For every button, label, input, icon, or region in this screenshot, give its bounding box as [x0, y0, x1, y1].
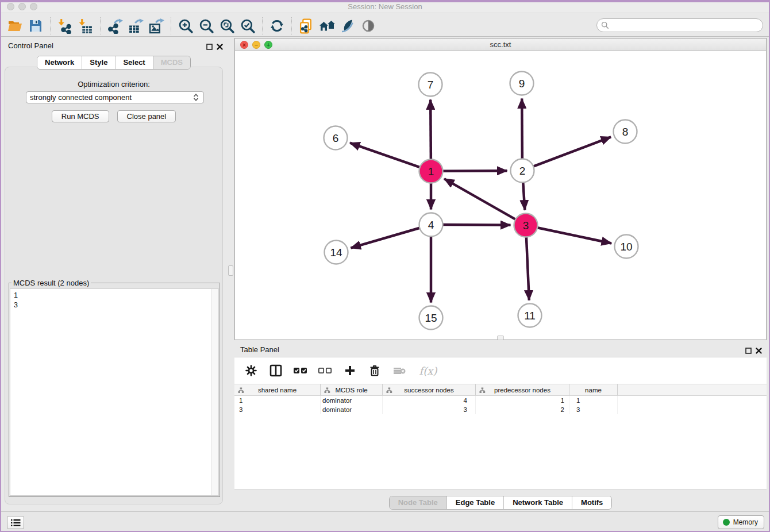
open-session-button[interactable]	[5, 17, 25, 35]
import-network-icon	[57, 18, 73, 34]
home-button[interactable]	[317, 17, 337, 35]
graph-node-label-15: 15	[425, 312, 437, 324]
tab-edge-table[interactable]: Edge Table	[447, 496, 504, 509]
graph-edge-2-8[interactable]	[533, 137, 611, 166]
cell-mcds-role[interactable]: dominator	[321, 396, 383, 405]
cell-mcds-role[interactable]: dominator	[321, 405, 383, 414]
graph-edge-3-10[interactable]	[537, 228, 611, 243]
tab-style[interactable]: Style	[82, 56, 116, 69]
graph-edge-1-6[interactable]	[350, 143, 420, 167]
tab-network[interactable]: Network	[37, 56, 82, 69]
app-title-bar: Session: New Session	[0, 0, 770, 13]
toolbar-separator	[171, 17, 171, 34]
graph-edge-4-3[interactable]	[442, 225, 510, 225]
cell-predecessor-nodes[interactable]: 2	[476, 405, 569, 414]
network-window-titlebar[interactable]: × – + scc.txt	[235, 38, 766, 51]
close-panel-button[interactable]: Close panel	[117, 110, 176, 122]
column-view-button[interactable]	[268, 363, 283, 378]
cell-predecessor-nodes[interactable]: 1	[476, 396, 569, 405]
control-panel: Control Panel Network Style Select MCDS …	[0, 37, 228, 511]
horizontal-splitter-grip[interactable]	[497, 336, 504, 340]
export-network-icon	[107, 18, 123, 34]
criterion-select[interactable]: strongly connected component	[26, 91, 204, 103]
graph-node-label-6: 6	[333, 132, 339, 144]
tab-node-table[interactable]: Node Table	[390, 496, 447, 509]
cell-successor-nodes[interactable]: 3	[383, 405, 476, 414]
trash-icon	[369, 365, 380, 376]
main-toolbar	[0, 16, 770, 37]
column-header-mcds-role[interactable]: MCDS role	[321, 384, 383, 395]
graph-edge-4-14[interactable]	[351, 228, 419, 248]
cell-name[interactable]: 3	[569, 405, 618, 414]
run-mcds-button[interactable]: Run MCDS	[52, 110, 109, 122]
graph-edge-1-2[interactable]	[442, 171, 507, 171]
optimization-criterion-label: Optimization criterion:	[5, 80, 222, 88]
select-all-button[interactable]	[293, 363, 308, 378]
search-input[interactable]	[612, 20, 763, 30]
task-history-button[interactable]	[7, 516, 24, 529]
function-builder-button[interactable]: f(x)	[417, 363, 440, 378]
import-table-button[interactable]	[75, 17, 96, 35]
column-header-shared-name[interactable]: shared name	[234, 384, 321, 395]
zoom-selected-button[interactable]	[237, 17, 258, 35]
vertical-splitter[interactable]	[228, 37, 234, 511]
table-settings-button[interactable]	[244, 363, 259, 378]
tab-network-table[interactable]: Network Table	[504, 496, 572, 509]
wizard-button[interactable]	[337, 17, 358, 35]
mcds-result-scrollbar[interactable]	[211, 289, 218, 495]
cell-shared-name[interactable]: 1	[234, 396, 321, 405]
table-float-panel-icon[interactable]	[745, 346, 752, 356]
export-image-button[interactable]	[146, 17, 167, 35]
import-network-button[interactable]	[55, 17, 75, 35]
delete-table-button[interactable]	[392, 363, 407, 378]
gear-icon	[245, 365, 257, 376]
table-row[interactable]: 3 dominator 3 2 3	[234, 405, 767, 414]
graph-node-label-4: 4	[428, 219, 434, 231]
delete-column-button[interactable]	[367, 363, 382, 378]
checked-boxes-icon	[293, 367, 308, 375]
save-session-button[interactable]	[25, 17, 46, 35]
add-column-button[interactable]	[342, 363, 357, 378]
graph-node-label-14: 14	[330, 246, 342, 259]
cell-name[interactable]: 1	[569, 396, 618, 405]
network-canvas[interactable]: 7968124314101511	[235, 51, 766, 340]
tab-mcds[interactable]: MCDS	[153, 56, 190, 69]
graph-edge-3-1[interactable]	[444, 179, 515, 219]
column-header-name[interactable]: name	[569, 384, 618, 395]
graph-edge-3-11[interactable]	[526, 237, 529, 300]
zoom-selected-icon	[240, 18, 256, 34]
graph-node-label-11: 11	[524, 310, 536, 322]
graph-edge-2-3[interactable]	[523, 182, 525, 210]
refresh-button[interactable]	[267, 17, 287, 35]
eye-button[interactable]	[358, 17, 379, 35]
column-label: name	[585, 387, 602, 394]
cell-shared-name[interactable]: 3	[234, 405, 321, 414]
tree-icon	[479, 387, 486, 394]
deselect-all-button[interactable]	[318, 363, 333, 378]
graph-edge-1-7[interactable]	[430, 99, 431, 159]
control-panel-title: Control Panel	[8, 41, 53, 50]
zoom-in-button[interactable]	[175, 17, 196, 35]
delete-table-icon	[393, 366, 406, 375]
memory-button[interactable]: Memory	[718, 515, 764, 529]
column-label: MCDS role	[335, 387, 367, 394]
close-panel-icon[interactable]	[217, 42, 223, 52]
tab-motifs[interactable]: Motifs	[572, 496, 611, 509]
tab-select[interactable]: Select	[116, 56, 153, 69]
float-panel-icon[interactable]	[206, 42, 213, 52]
graph-edge-2-9[interactable]	[522, 98, 522, 159]
export-table-button[interactable]	[125, 17, 146, 35]
column-header-successor-nodes[interactable]: successor nodes	[383, 384, 476, 395]
mcds-result-textarea[interactable]: 1 3	[10, 288, 219, 496]
export-network-button[interactable]	[105, 17, 125, 35]
criterion-selected-value: strongly connected component	[30, 93, 132, 102]
column-header-predecessor-nodes[interactable]: predecessor nodes	[476, 384, 569, 395]
splitter-grip[interactable]	[228, 265, 233, 276]
table-close-panel-icon[interactable]	[756, 346, 762, 356]
cell-successor-nodes[interactable]: 4	[383, 396, 476, 405]
zoom-out-button[interactable]	[196, 17, 217, 35]
duplicate-network-button[interactable]	[296, 17, 317, 35]
graph-node-label-7: 7	[428, 79, 434, 91]
table-row[interactable]: 1 dominator 4 1 1	[234, 396, 767, 405]
zoom-fit-button[interactable]	[217, 17, 237, 35]
